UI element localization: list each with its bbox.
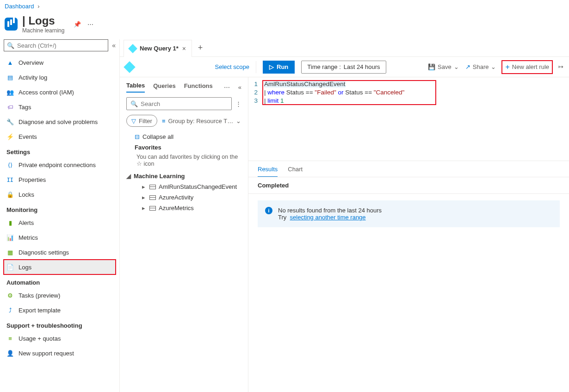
collapse-sidebar-icon[interactable]: « — [112, 42, 116, 49]
group-icon: ≡ — [162, 118, 166, 124]
chevron-down-icon: ⌄ — [454, 63, 459, 70]
schema-search-input[interactable] — [141, 100, 228, 107]
sidebar-item-logs[interactable]: 📄Logs — [4, 260, 116, 274]
search-icon: 🔍 — [130, 100, 138, 107]
table-icon — [149, 185, 156, 189]
alerts-icon: ▮ — [6, 219, 14, 226]
sidebar-item-tags[interactable]: 🏷Tags — [4, 100, 116, 114]
caret-right-icon: ▸ — [142, 194, 147, 201]
caret-down-icon: ◢ — [126, 173, 131, 180]
schema-tab-queries[interactable]: Queries — [153, 82, 175, 92]
sidebar-item-label: Logs — [19, 264, 31, 271]
sidebar-item-properties[interactable]: ⵊⵊProperties — [4, 172, 116, 187]
results-tab[interactable]: Results — [258, 166, 278, 177]
sidebar-item-overview[interactable]: ▲Overview — [4, 55, 116, 70]
more-icon[interactable]: ⋯ — [87, 21, 93, 28]
sidebar-item-tasks-preview-[interactable]: ⚙Tasks (preview) — [4, 288, 116, 303]
sidebar-item-locks[interactable]: 🔒Locks — [4, 187, 116, 202]
schema-more-icon[interactable]: ⋯ — [224, 84, 230, 91]
usage-icon: ≡ — [6, 335, 14, 342]
sidebar-item-events[interactable]: ⚡Events — [4, 129, 116, 144]
code-line-2[interactable]: | where Status == "Failed" or Status == … — [264, 88, 404, 97]
caret-right-icon: ▸ — [142, 183, 147, 190]
sidebar-item-label: Diagnostic settings — [19, 249, 69, 256]
sidebar-item-label: Activity log — [19, 74, 47, 81]
schema-search[interactable]: 🔍 — [126, 97, 232, 110]
sidebar-item-private-endpoint-connections[interactable]: ⟨⟩Private endpoint connections — [4, 157, 116, 172]
tasks-icon: ⚙ — [6, 292, 14, 299]
tree-group-ml[interactable]: ◢ Machine Learning — [126, 171, 241, 181]
query-toolbar: Select scope ▷ Run Time range : Last 24 … — [120, 57, 569, 77]
sidebar-item-access-control-iam-[interactable]: 👥Access control (IAM) — [4, 85, 116, 100]
sidebar-item-alerts[interactable]: ▮Alerts — [4, 215, 116, 230]
activity-icon: ▤ — [6, 74, 14, 81]
sidebar-item-diagnose-and-solve-problems[interactable]: 🔧Diagnose and solve problems — [4, 114, 116, 129]
table-label: AzureActivity — [159, 194, 193, 201]
table-label: AmlRunStatusChangedEvent — [159, 183, 237, 190]
add-tab-button[interactable]: + — [192, 43, 209, 53]
sidebar-search[interactable]: 🔍 — [4, 39, 108, 51]
overview-icon: ▲ — [6, 59, 14, 66]
results-panel: Results Chart Completed i No results fou… — [248, 161, 569, 392]
chart-tab[interactable]: Chart — [288, 166, 303, 177]
schema-options-icon[interactable]: ⋮ — [235, 100, 241, 107]
table-icon — [149, 195, 156, 200]
chevron-down-icon: ⌄ — [491, 63, 496, 70]
sidebar-section-automation: Automation — [4, 274, 116, 288]
pin-icon[interactable]: 📌 — [74, 21, 81, 28]
save-button[interactable]: 💾 Save ⌄ — [428, 63, 459, 70]
info-icon: i — [265, 207, 272, 214]
run-button[interactable]: ▷ Run — [263, 61, 295, 74]
iam-icon: 👥 — [6, 88, 14, 96]
table-AzureMetrics[interactable]: ▸AzureMetrics — [126, 203, 241, 213]
sidebar-item-metrics[interactable]: 📊Metrics — [4, 230, 116, 245]
collapse-all-button[interactable]: ⊟ Collapse all — [126, 131, 241, 142]
sidebar-section-monitoring: Monitoring — [4, 202, 116, 215]
time-range-picker[interactable]: Time range : Last 24 hours — [301, 61, 386, 74]
sidebar-item-label: Diagnose and solve problems — [19, 118, 98, 125]
sidebar-item-label: Events — [19, 133, 37, 140]
close-tab-icon[interactable]: × — [182, 45, 186, 52]
empty-message: No results found from the last 24 hours — [278, 207, 382, 214]
sidebar-item-diagnostic-settings[interactable]: ▦Diagnostic settings — [4, 245, 116, 260]
table-AzureActivity[interactable]: ▸AzureActivity — [126, 192, 241, 203]
search-input[interactable] — [17, 42, 105, 49]
sidebar-item-export-template[interactable]: ⤴Export template — [4, 303, 116, 317]
sidebar: 🔍 « ▲Overview▤Activity log👥Access contro… — [0, 39, 119, 392]
events-icon: ⚡ — [6, 133, 14, 140]
sidebar-item-new-support-request[interactable]: 👤New support request — [4, 346, 116, 361]
export-icon: ↦ — [558, 63, 563, 70]
query-editor[interactable]: 123 AmlRunStatusChangedEvent| where Stat… — [248, 77, 569, 161]
share-button[interactable]: ↗ Share ⌄ — [465, 63, 496, 70]
collapse-schema-icon[interactable]: « — [238, 84, 241, 91]
sidebar-item-label: Metrics — [19, 234, 38, 241]
filter-button[interactable]: ▽ Filter — [126, 115, 157, 127]
query-tab[interactable]: New Query 1* × — [124, 40, 192, 57]
line-gutter: 123 — [248, 80, 262, 158]
schema-tab-tables[interactable]: Tables — [126, 82, 145, 93]
schema-panel: Tables Queries Functions ⋯ « 🔍 ⋮ — [120, 77, 248, 392]
group-by-button[interactable]: ≡ Group by: Resource T… ⌄ — [162, 118, 241, 124]
sidebar-item-label: Usage + quotas — [19, 335, 61, 342]
sidebar-item-label: Overview — [19, 59, 43, 66]
new-alert-rule-button[interactable]: + New alert rule — [502, 61, 552, 73]
code-line-3[interactable]: | limit 1 — [264, 97, 404, 105]
sidebar-item-usage-quotas[interactable]: ≡Usage + quotas — [4, 331, 116, 346]
schema-tab-functions[interactable]: Functions — [184, 82, 213, 92]
resource-icon — [5, 18, 18, 31]
logs-icon: 📄 — [6, 263, 14, 271]
support-icon: 👤 — [6, 349, 14, 357]
collapse-icon: ⊟ — [135, 133, 140, 140]
select-time-range-link[interactable]: selecting another time range — [290, 214, 366, 221]
sidebar-item-activity-log[interactable]: ▤Activity log — [4, 70, 116, 85]
endpoint-icon: ⟨⟩ — [6, 161, 14, 168]
search-icon: 🔍 — [7, 42, 14, 49]
breadcrumb-root[interactable]: Dashboard — [5, 3, 34, 10]
metrics-icon: 📊 — [6, 234, 14, 241]
locks-icon: 🔒 — [6, 191, 14, 198]
code-line-1[interactable]: AmlRunStatusChangedEvent — [264, 80, 404, 88]
favorites-hint: You can add favorites by clicking on the… — [126, 153, 241, 171]
select-scope-button[interactable]: Select scope — [215, 63, 249, 70]
export-button[interactable]: ↦ — [558, 63, 563, 70]
table-AmlRunStatusChangedEvent[interactable]: ▸AmlRunStatusChangedEvent — [126, 181, 241, 192]
